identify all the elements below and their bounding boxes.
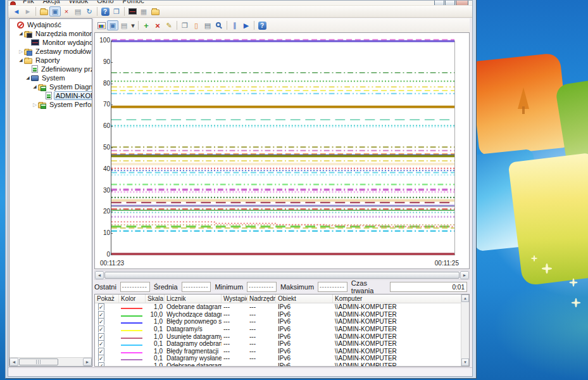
properties-icon[interactable]: ▤ (202, 20, 213, 30)
collapse-icon[interactable]: ◢ (32, 84, 38, 89)
performance-icon (17, 22, 24, 28)
scroll-right-icon[interactable]: ► (460, 271, 469, 279)
delete-counter-icon[interactable]: × (152, 20, 163, 30)
menu-widok[interactable]: Widok (65, 1, 93, 5)
highlight-icon[interactable]: ✎ (163, 20, 175, 30)
sidebar-item-system-performanc[interactable]: ▷System Performanc (9, 100, 92, 109)
checkbox-checked-icon[interactable]: ✓ (98, 348, 104, 355)
column-header-obiekt[interactable]: Obiekt (276, 294, 333, 303)
menu-plik[interactable]: Plik (18, 1, 39, 5)
color-swatch (121, 315, 142, 317)
checkbox-checked-icon[interactable]: ✓ (98, 333, 104, 340)
report-green-icon (32, 65, 38, 73)
checkbox-checked-icon[interactable]: ✓ (98, 362, 104, 367)
column-header-wystpienie[interactable]: Wystąpienie (222, 294, 247, 303)
column-header-skala[interactable]: Skala (146, 294, 165, 303)
help-icon[interactable]: ? (99, 6, 111, 16)
parent-cell: --- (247, 326, 276, 332)
help-icon[interactable]: ? (256, 20, 268, 30)
copy-properties-icon[interactable]: ❐ (179, 20, 191, 30)
collapse-icon[interactable]: ◢ (18, 31, 24, 36)
computer-cell: \\ADMIN-KOMPUTER (333, 303, 469, 310)
menu-pomoc[interactable]: Pomoc (118, 1, 149, 5)
dropdown-arrow-icon[interactable]: ▾ (130, 20, 136, 30)
minimize-button[interactable] (434, 1, 444, 5)
expand-icon[interactable]: ▷ (32, 102, 38, 108)
sidebar-item-wydajno-[interactable]: Wydajność (9, 20, 92, 29)
refresh-icon[interactable]: ↻ (84, 6, 95, 16)
scroll-right-icon[interactable]: ► (83, 358, 92, 366)
value-bar: Ostatni----------Średnia----------Minimu… (94, 280, 470, 294)
table-row[interactable]: ✓10,0Wychodzące datagramy ...------IPv6\… (95, 311, 469, 319)
column-header-poka[interactable]: Pokaż (95, 294, 119, 303)
table-row[interactable]: ✓0,1Datagramy odebrane/s------IPv6\\ADMI… (95, 340, 469, 348)
collapse-icon[interactable]: ◢ (18, 58, 24, 63)
sidebar-item-monitor-wydajno-ci[interactable]: Monitor wydajności (9, 38, 92, 47)
view-log-icon[interactable]: ▤ (118, 20, 130, 30)
delete-icon[interactable]: × (61, 6, 72, 16)
sidebar-item-label: Raporty (34, 56, 61, 64)
sidebar-item-narz-dzia-monitorowania[interactable]: ◢Narzędzia monitorowania (9, 29, 92, 38)
freeze-icon[interactable]: ∥ (229, 20, 241, 30)
menu-akcja[interactable]: Akcja (39, 1, 65, 5)
scroll-left-icon[interactable]: ◄ (9, 358, 18, 366)
table-row[interactable]: ✓0,1Datagramy/s------IPv6\\ADMIN-KOMPUTE… (95, 326, 469, 333)
perfmon-icon[interactable] (127, 6, 138, 16)
checkbox-checked-icon[interactable]: ✓ (98, 311, 104, 318)
table-row[interactable]: ✓1,0Odebrane datagramy niez...------IPv6… (95, 362, 469, 367)
checkbox-checked-icon[interactable]: ✓ (98, 326, 104, 332)
table-row[interactable]: ✓1,0Odebrane datagramy z bł...------IPv6… (95, 303, 469, 311)
expand-icon[interactable]: ▷ (18, 49, 24, 54)
performance-view-pane: ▣▤▾+×✎❐▯▤∥▶? 1009080706050403020100 00:1… (94, 18, 472, 367)
instance-cell: --- (222, 340, 247, 347)
column-header-kolor[interactable]: Kolor (119, 294, 146, 303)
export-icon[interactable] (38, 6, 49, 16)
sidebar-item-raporty[interactable]: ◢Raporty (9, 56, 92, 65)
view-current-icon[interactable]: ▣ (107, 20, 118, 30)
maximize-button[interactable] (445, 1, 455, 5)
sidebar-item-system[interactable]: ◢System (9, 73, 92, 82)
legend-vertical-scrollbar[interactable]: ▲ ▼ (461, 294, 469, 366)
color-swatch (121, 308, 142, 309)
table-row[interactable]: ✓1,0Błędy fragmentacji------IPv6\\ADMIN-… (95, 348, 469, 355)
close-button[interactable] (456, 1, 468, 5)
monitor-icon (31, 39, 39, 46)
console-tree-icon[interactable]: ▣ (49, 6, 61, 16)
table-row[interactable]: ✓1,0Błędy ponownego składa...------IPv6\… (95, 318, 469, 326)
update-data-icon[interactable]: ▶ (241, 20, 252, 30)
scrollbar-thumb[interactable] (104, 272, 460, 279)
sidebar-item-system-diagnostics[interactable]: ◢System Diagnostics (9, 82, 92, 91)
checkbox-checked-icon[interactable]: ✓ (98, 355, 104, 362)
paste-counter-icon[interactable]: ▯ (191, 20, 202, 30)
y-tick-label: 50 (96, 144, 110, 151)
scroll-down-icon[interactable]: ▼ (461, 358, 469, 366)
menu-okno[interactable]: Okno (92, 1, 118, 5)
forward-icon[interactable]: ► (22, 6, 34, 16)
scroll-up-icon[interactable]: ▲ (461, 294, 469, 302)
back-icon[interactable]: ◄ (11, 6, 22, 16)
print-icon[interactable]: ▤ (72, 6, 84, 16)
collapse-icon[interactable]: ◢ (25, 75, 31, 80)
table-row[interactable]: ✓0,1Datagramy wysłane/s------IPv6\\ADMIN… (95, 355, 469, 362)
grid-icon[interactable]: ▦ (138, 6, 149, 16)
add-counter-icon[interactable]: + (141, 20, 152, 30)
column-header-komputer[interactable]: Komputer (333, 294, 469, 303)
column-header-nadrzdny[interactable]: Nadrzędny (247, 294, 276, 303)
sidebar-item-zestawy-modu-w-zbieraj-[interactable]: ▷Zestawy modułów zbierają (9, 47, 92, 56)
checkbox-checked-icon[interactable]: ✓ (98, 303, 104, 310)
tree-horizontal-scrollbar[interactable]: ◄ ► (9, 357, 92, 366)
new-window-icon[interactable]: ❐ (111, 6, 122, 16)
scrollbar-thumb[interactable] (19, 358, 58, 365)
checkbox-checked-icon[interactable]: ✓ (98, 318, 104, 325)
checkbox-checked-icon[interactable]: ✓ (98, 340, 104, 347)
zoom-icon[interactable] (213, 20, 225, 30)
sidebar-item-admin-kompu[interactable]: ADMIN-KOMPU (9, 91, 92, 100)
chart-horizontal-scrollbar[interactable]: ◄ ► (94, 270, 470, 280)
column-header-licznik[interactable]: Licznik (165, 294, 222, 303)
toolbar-separator (254, 21, 254, 30)
folder-icon[interactable] (149, 6, 161, 16)
table-row[interactable]: ✓1,0Usunięte datagramy odeb...------IPv6… (95, 332, 469, 340)
chart-type-icon[interactable] (96, 20, 107, 30)
sidebar-item-zdefiniowany-przez-u-y[interactable]: Zdefiniowany przez uży (9, 65, 92, 73)
scroll-left-icon[interactable]: ◄ (95, 271, 104, 279)
